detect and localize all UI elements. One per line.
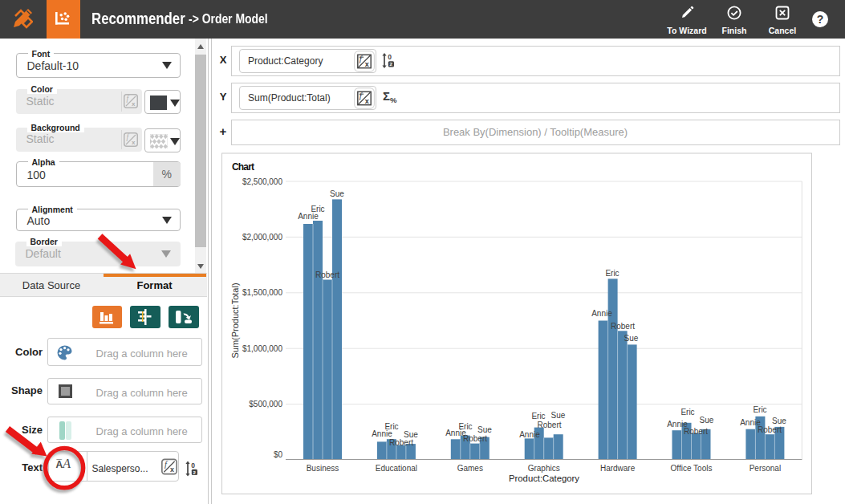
svg-text:$2,500,000: $2,500,000 — [242, 177, 282, 186]
svg-text:f: f — [126, 133, 129, 141]
svg-text:Sum(Product:Total): Sum(Product:Total) — [230, 282, 240, 358]
svg-text:Product:Category: Product:Category — [509, 474, 579, 483]
svg-text:Sue: Sue — [330, 189, 344, 198]
svg-text:Sue: Sue — [404, 430, 418, 439]
svg-text:Sue: Sue — [772, 417, 786, 425]
svg-text:Annie: Annie — [591, 309, 612, 318]
svg-text:Business: Business — [307, 464, 339, 473]
svg-text:x: x — [365, 60, 369, 68]
svg-text:0: 0 — [191, 461, 195, 469]
svg-text:Personal: Personal — [750, 464, 781, 473]
svg-text:Annie: Annie — [372, 429, 392, 438]
svg-text:$2,000,000: $2,000,000 — [242, 233, 282, 242]
svg-text:Annie: Annie — [298, 212, 319, 221]
svg-text:$1,500,000: $1,500,000 — [242, 288, 282, 297]
svg-text:Robert: Robert — [537, 421, 561, 429]
svg-text:Sue: Sue — [477, 425, 492, 434]
svg-text:Educational: Educational — [376, 464, 417, 473]
svg-text:Eric: Eric — [680, 408, 694, 417]
svg-text:Eric: Eric — [605, 269, 619, 278]
svg-text:Annie: Annie — [740, 418, 761, 427]
svg-text:Annie: Annie — [445, 429, 466, 437]
svg-text:f: f — [126, 95, 129, 103]
svg-text:Sue: Sue — [700, 416, 714, 425]
svg-text:Robert: Robert — [389, 438, 413, 447]
svg-text:f: f — [164, 459, 168, 468]
svg-text:Office Tools: Office Tools — [671, 464, 713, 473]
svg-text:Annie: Annie — [667, 420, 688, 429]
svg-text:Eric: Eric — [311, 205, 324, 213]
svg-text:Annie: Annie — [519, 430, 540, 439]
svg-text:$500,000: $500,000 — [249, 400, 282, 408]
svg-text:Sue: Sue — [551, 411, 566, 420]
svg-text:Robert: Robert — [758, 425, 782, 434]
svg-text:Robert: Robert — [611, 322, 635, 331]
svg-text:Eric: Eric — [458, 422, 472, 431]
svg-text:Hardware: Hardware — [600, 464, 636, 473]
svg-text:x: x — [132, 100, 136, 108]
svg-text:Eric: Eric — [531, 412, 545, 421]
svg-text:Robert: Robert — [463, 434, 487, 443]
svg-text:x: x — [132, 139, 136, 146]
svg-text:Graphics: Graphics — [528, 464, 560, 473]
svg-text:Games: Games — [457, 464, 483, 473]
svg-text:x: x — [365, 97, 369, 105]
svg-text:$1,000,000: $1,000,000 — [242, 344, 282, 353]
svg-text:x: x — [170, 465, 174, 474]
svg-text:0: 0 — [388, 53, 392, 61]
svg-text:$0: $0 — [274, 450, 283, 459]
svg-text:Sue: Sue — [624, 334, 639, 343]
svg-text:Eric: Eric — [753, 405, 766, 414]
svg-text:Robert: Robert — [315, 270, 339, 279]
svg-text:Eric: Eric — [384, 422, 398, 431]
svg-text:Chart: Chart — [232, 161, 254, 173]
svg-text:Robert: Robert — [684, 427, 708, 436]
